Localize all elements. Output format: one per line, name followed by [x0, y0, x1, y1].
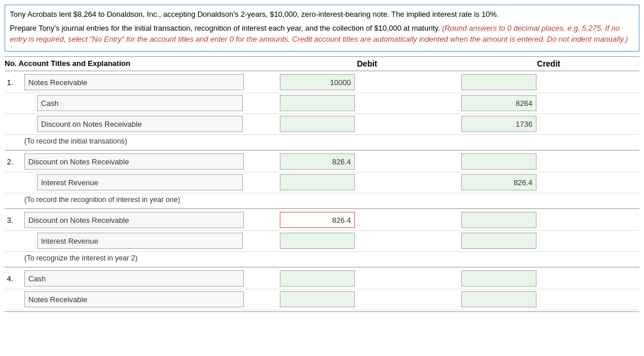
credit-cell: [458, 114, 639, 134]
debit-col-header: Debit: [276, 59, 458, 68]
credit-cell: [458, 289, 639, 309]
account-title-input[interactable]: [37, 95, 243, 111]
table-row: 3.: [5, 210, 639, 231]
account-cell: [21, 93, 276, 113]
account-cell: [21, 114, 276, 134]
debit-input[interactable]: [280, 74, 355, 90]
debit-cell: [276, 93, 458, 113]
credit-input[interactable]: [461, 270, 536, 287]
credit-cell: [458, 173, 639, 192]
account-cell: [21, 269, 276, 288]
account-title-input[interactable]: [37, 233, 243, 249]
credit-cell: [458, 72, 639, 92]
debit-input[interactable]: [280, 153, 355, 170]
debit-cell: [276, 72, 458, 92]
debit-input[interactable]: [280, 174, 355, 190]
account-cell: [21, 173, 276, 192]
table-row: 4.: [5, 269, 639, 289]
table-header: No. Account Titles and Explanation Debit…: [5, 56, 639, 71]
account-cell: [21, 231, 276, 251]
debit-cell: [276, 210, 458, 230]
debit-input[interactable]: [280, 116, 355, 132]
note-row: (To record the recognition of interest i…: [5, 193, 639, 207]
table-row: [5, 289, 639, 310]
account-title-input[interactable]: [24, 291, 244, 307]
credit-cell: [458, 210, 639, 230]
entry-number-1: 1.: [5, 78, 21, 87]
credit-input[interactable]: [461, 291, 536, 307]
entry-block-4: 4.: [5, 269, 639, 312]
credit-input[interactable]: [461, 212, 536, 228]
entry-number-4: 4.: [5, 274, 21, 283]
credit-input[interactable]: [461, 174, 536, 190]
account-title-input[interactable]: [37, 116, 243, 132]
credit-cell: [458, 152, 639, 171]
debit-cell: [276, 231, 458, 251]
credit-input[interactable]: [461, 153, 536, 170]
account-cell: [21, 72, 276, 92]
note-text: (To recognize the interest in year 2): [21, 254, 639, 262]
table-row: [5, 231, 639, 252]
entry-number-2: 2.: [5, 157, 21, 166]
table-row: 1.: [5, 72, 639, 93]
problem-statement: Tony Acrobats lent $8,264 to Donaldson, …: [5, 5, 639, 52]
account-title-input[interactable]: [24, 74, 244, 90]
entry-block-1: 1.(To record the initial transations): [5, 72, 639, 151]
credit-input[interactable]: [461, 233, 536, 249]
note-row: (To record the initial transations): [5, 135, 639, 149]
debit-cell: [276, 114, 458, 134]
debit-input[interactable]: [280, 233, 355, 249]
account-title-input[interactable]: [24, 270, 244, 287]
account-cell: [21, 152, 276, 171]
credit-input[interactable]: [461, 116, 536, 132]
entry-block-2: 2.(To record the recognition of interest…: [5, 152, 639, 209]
note-text: (To record the recognition of interest i…: [21, 196, 639, 204]
note-text: (To record the initial transations): [21, 137, 639, 145]
table-row: [5, 173, 639, 193]
account-title-input[interactable]: [24, 212, 244, 228]
debit-input[interactable]: [280, 95, 355, 111]
account-title-input[interactable]: [37, 174, 243, 190]
credit-cell: [458, 93, 639, 113]
account-cell: [21, 289, 276, 309]
entry-number-3: 3.: [5, 216, 21, 225]
entry-block-3: 3.(To recognize the interest in year 2): [5, 210, 639, 267]
account-col-header: No. Account Titles and Explanation: [5, 59, 276, 68]
credit-input[interactable]: [461, 95, 536, 111]
debit-cell: [276, 152, 458, 171]
debit-input[interactable]: [280, 212, 355, 228]
table-row: [5, 93, 639, 114]
debit-cell: [276, 289, 458, 309]
account-title-input[interactable]: [24, 153, 244, 170]
table-row: [5, 114, 639, 135]
credit-cell: [458, 231, 639, 251]
credit-cell: [458, 269, 639, 288]
debit-input[interactable]: [280, 270, 355, 287]
debit-cell: [276, 173, 458, 192]
account-cell: [21, 210, 276, 230]
instructions-text: Prepare Tony's journal entries for the i…: [10, 23, 634, 45]
debit-input[interactable]: [280, 291, 355, 307]
note-row: (To recognize the interest in year 2): [5, 252, 639, 266]
credit-col-header: Credit: [458, 59, 639, 68]
entries-container: 1.(To record the initial transations)2.(…: [5, 72, 639, 312]
debit-cell: [276, 269, 458, 288]
scenario-text: Tony Acrobats lent $8,264 to Donaldson, …: [10, 9, 634, 20]
table-row: 2.: [5, 152, 639, 173]
credit-input[interactable]: [461, 74, 536, 90]
